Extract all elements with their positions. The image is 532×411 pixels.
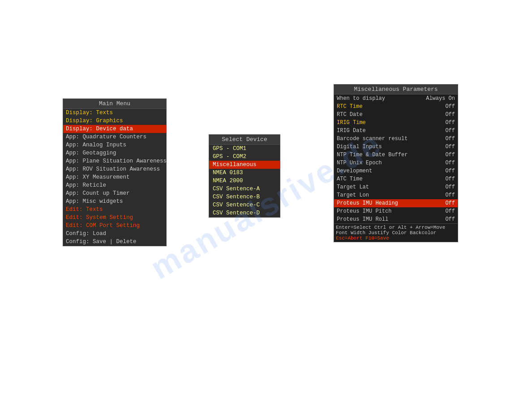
misc-value-proteus-heading: Off: [445, 200, 455, 206]
menu-item-app-quadrature[interactable]: App: Quadrature Counters: [63, 133, 166, 141]
misc-row-proteus-roll[interactable]: Proteus IMU Roll Off: [334, 215, 458, 223]
device-gps-com1[interactable]: GPS - COM1: [209, 145, 280, 153]
misc-value-target-lat: Off: [445, 184, 455, 190]
misc-row-barcode[interactable]: Barcode scanner result Off: [334, 135, 458, 143]
device-miscellaneous[interactable]: Miscellaneous: [209, 161, 280, 169]
device-nmea-2000[interactable]: NMEA 2000: [209, 177, 280, 185]
footer-font-label: Font Width Justify Color Backcolor: [336, 230, 436, 235]
main-menu-panel: Main Menu Display: Texts Display: Graphi…: [63, 98, 167, 246]
misc-footer: Enter=Select Ctrl or Alt + Arrow=Move Fo…: [334, 223, 458, 242]
misc-label-barcode: Barcode scanner result: [337, 136, 408, 142]
misc-value-irig-date: Off: [445, 128, 455, 134]
misc-label-rtc-date: RTC Date: [337, 111, 363, 118]
misc-label-development: Development: [337, 168, 372, 174]
footer-esc-label: Esc=Abort F10=Save: [336, 235, 389, 241]
menu-item-app-geotagging[interactable]: App: Geotagging: [63, 149, 166, 157]
menu-item-display-device-data[interactable]: Display: Device data: [63, 125, 166, 133]
misc-footer-line1: Enter=Select Ctrl or Alt + Arrow=Move: [336, 225, 456, 230]
misc-row-ntp-time-date[interactable]: NTP Time & Date Buffer Off: [334, 151, 458, 159]
menu-item-app-reticle[interactable]: App: Reticle: [63, 181, 166, 189]
misc-value-atc-time: Off: [445, 176, 455, 182]
misc-row-rtc-date[interactable]: RTC Date Off: [334, 111, 458, 119]
misc-row-when-to-display[interactable]: When to display Always On: [334, 94, 458, 103]
misc-row-target-lat[interactable]: Target Lat Off: [334, 183, 458, 191]
misc-value-development: Off: [445, 168, 455, 174]
misc-label-irig-date: IRIG Date: [337, 128, 366, 134]
misc-label-proteus-roll: Proteus IMU Roll: [337, 216, 388, 223]
misc-label-digital-inputs: Digital Inputs: [337, 144, 382, 150]
misc-value-rtc-date: Off: [445, 111, 455, 118]
misc-row-ntp-unix[interactable]: NTP Unix Epoch Off: [334, 159, 458, 167]
misc-label-target-lat: Target Lat: [337, 184, 369, 190]
misc-label-when-to-display: When to display: [337, 95, 385, 102]
misc-value-rtc-time: Off: [445, 103, 455, 110]
misc-params-panel: Miscellaneous Parameters When to display…: [334, 84, 458, 242]
menu-item-app-plane[interactable]: App: Plane Situation Awareness: [63, 157, 166, 165]
menu-item-app-rov[interactable]: App: ROV Situation Awareness: [63, 165, 166, 173]
misc-value-proteus-roll: Off: [445, 216, 455, 223]
misc-row-irig-date[interactable]: IRIG Date Off: [334, 127, 458, 135]
device-csv-c[interactable]: CSV Sentence-C: [209, 201, 280, 209]
misc-row-proteus-heading[interactable]: Proteus IMU Heading Off: [334, 199, 458, 207]
device-csv-a[interactable]: CSV Sentence-A: [209, 185, 280, 193]
misc-footer-line3: Esc=Abort F10=Save: [336, 235, 456, 241]
misc-row-irig-time[interactable]: IRIG Time Off: [334, 119, 458, 127]
misc-value-target-lon: Off: [445, 192, 455, 198]
device-nmea-0183[interactable]: NMEA 0183: [209, 169, 280, 177]
misc-value-ntp-time-date: Off: [445, 152, 455, 158]
misc-value-when-to-display: Always On: [426, 95, 455, 102]
menu-item-app-analog[interactable]: App: Analog Inputs: [63, 141, 166, 149]
misc-label-rtc-time: RTC Time: [337, 103, 363, 110]
misc-value-irig-time: Off: [445, 120, 455, 126]
menu-item-display-graphics[interactable]: Display: Graphics: [63, 117, 166, 125]
misc-row-development[interactable]: Development Off: [334, 167, 458, 175]
misc-label-ntp-time-date: NTP Time & Date Buffer: [337, 152, 408, 158]
device-csv-b[interactable]: CSV Sentence-B: [209, 193, 280, 201]
misc-label-ntp-unix: NTP Unix Epoch: [337, 160, 382, 166]
misc-label-atc-time: ATC Time: [337, 176, 363, 182]
misc-label-proteus-heading: Proteus IMU Heading: [337, 200, 398, 206]
device-csv-d[interactable]: CSV Sentence-D: [209, 209, 280, 217]
footer-enter-label: Enter=Select Ctrl or Alt + Arrow=Move: [336, 225, 445, 230]
misc-row-proteus-pitch[interactable]: Proteus IMU Pitch Off: [334, 207, 458, 215]
main-menu-title: Main Menu: [63, 99, 166, 109]
menu-item-app-misc[interactable]: App: Misc widgets: [63, 197, 166, 206]
misc-value-barcode: Off: [445, 136, 455, 142]
misc-row-rtc-time[interactable]: RTC Time Off: [334, 103, 458, 111]
misc-label-target-lon: Target Lon: [337, 192, 369, 198]
device-gps-com2[interactable]: GPS - COM2: [209, 153, 280, 161]
misc-label-irig-time: IRIG Time: [337, 120, 366, 126]
select-device-title: Select Device: [209, 135, 280, 145]
misc-label-proteus-pitch: Proteus IMU Pitch: [337, 208, 391, 214]
menu-item-edit-texts[interactable]: Edit: Texts: [63, 206, 166, 214]
menu-item-app-timer[interactable]: App: Count up Timer: [63, 189, 166, 197]
menu-item-config-save[interactable]: Config: Save | Delete: [63, 238, 166, 246]
menu-item-edit-com[interactable]: Edit: COM Port Setting: [63, 222, 166, 230]
menu-item-app-xy[interactable]: App: XY Measurement: [63, 173, 166, 181]
menu-item-edit-system[interactable]: Edit: System Setting: [63, 214, 166, 222]
misc-params-title: Miscellaneous Parameters: [334, 85, 458, 94]
misc-footer-line2: Font Width Justify Color Backcolor: [336, 230, 456, 235]
select-device-panel: Select Device GPS - COM1 GPS - COM2 Misc…: [209, 134, 280, 218]
menu-item-config-load[interactable]: Config: Load: [63, 230, 166, 238]
misc-value-digital-inputs: Off: [445, 144, 455, 150]
misc-row-target-lon[interactable]: Target Lon Off: [334, 191, 458, 199]
misc-row-atc-time[interactable]: ATC Time Off: [334, 175, 458, 183]
misc-value-ntp-unix: Off: [445, 160, 455, 166]
misc-value-proteus-pitch: Off: [445, 208, 455, 214]
menu-item-display-texts[interactable]: Display: Texts: [63, 109, 166, 117]
misc-row-digital-inputs[interactable]: Digital Inputs Off: [334, 143, 458, 151]
